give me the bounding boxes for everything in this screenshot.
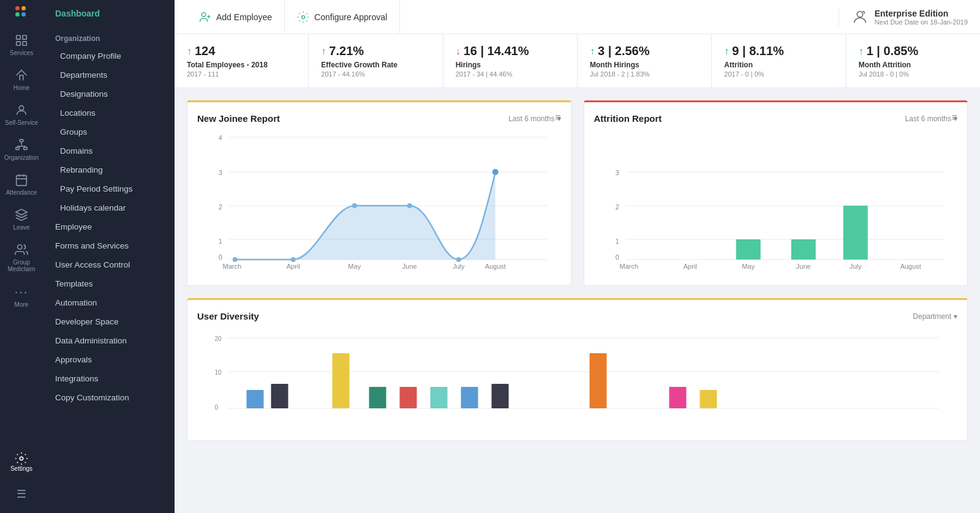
svg-rect-0	[17, 36, 20, 39]
svg-point-17	[20, 457, 23, 460]
sidebar-icon-organization[interactable]: Organization	[0, 132, 43, 167]
nav-departments[interactable]: Departments	[43, 66, 175, 84]
svg-point-22	[857, 11, 862, 17]
svg-point-38	[492, 169, 499, 175]
svg-text:20: 20	[215, 335, 222, 342]
stat-value-3: 3 | 2.56%	[598, 44, 650, 58]
stat-value-1: 7.21%	[329, 44, 364, 58]
stat-card-5: ↑ 1 | 0.85% Month Attrition Jul 2018 - 0…	[846, 34, 980, 88]
svg-text:1: 1	[219, 238, 222, 245]
svg-text:April: April	[683, 263, 696, 270]
sidebar-icon-self-service[interactable]: Self-Service	[0, 97, 43, 132]
svg-point-18	[202, 12, 206, 17]
icon-sidebar: Services Home Self-Service Organization …	[0, 0, 43, 513]
stat-value-5: 1 | 0.85%	[867, 44, 919, 58]
nav-employee[interactable]: Employee	[43, 217, 175, 236]
nav-holidays-calendar[interactable]: Holidays calendar	[43, 198, 175, 217]
svg-text:1: 1	[615, 238, 619, 245]
stat-label-1: Effective Growth Rate	[321, 61, 430, 69]
nav-automation[interactable]: Automation	[43, 293, 175, 312]
new-joinee-filter[interactable]: Last 6 months ▾	[508, 114, 560, 123]
configure-approval-label: Configure Approval	[314, 12, 387, 22]
stat-sub-2: 2017 - 34 | 44.46%	[456, 70, 565, 78]
nav-data-administration[interactable]: Data Administration	[43, 331, 175, 350]
stat-label-5: Month Attrition	[859, 61, 968, 69]
sidebar-icon-services[interactable]: Services	[0, 28, 43, 62]
nav-user-access-control[interactable]: User Access Control	[43, 255, 175, 274]
svg-rect-6	[16, 148, 20, 150]
sidebar-icon-leave[interactable]: Leave	[0, 202, 43, 237]
attrition-chart-card: Attrition Report Last 6 months ▾ ≡ 3 2 1…	[584, 100, 968, 286]
hamburger-button[interactable]: ☰	[10, 481, 32, 507]
nav-integrations[interactable]: Integrations	[43, 369, 175, 388]
svg-text:July: July	[453, 263, 465, 270]
svg-rect-77	[590, 353, 607, 408]
svg-text:2: 2	[615, 203, 619, 211]
enterprise-edition-title: Enterprise Edition	[875, 9, 968, 18]
svg-rect-1	[23, 36, 26, 39]
attrition-filter[interactable]: Last 6 months ▾	[905, 114, 957, 123]
sidebar-icon-more[interactable]: ··· More	[0, 279, 43, 314]
user-diversity-chart: 20 10 0	[197, 329, 957, 429]
attrition-chart-svg: 3 2 1 0 March	[594, 131, 958, 274]
svg-rect-70	[271, 384, 288, 408]
svg-text:March: March	[619, 263, 638, 270]
nav-section-organization: Organization	[43, 27, 175, 47]
stat-label-2: Hirings	[456, 61, 565, 69]
sidebar-icon-settings[interactable]: Settings	[0, 446, 43, 478]
nav-approvals[interactable]: Approvals	[43, 350, 175, 369]
svg-text:3: 3	[219, 169, 222, 176]
svg-rect-3	[23, 42, 26, 45]
svg-text:3: 3	[615, 169, 619, 176]
svg-text:June: June	[402, 263, 417, 270]
nav-developer-space[interactable]: Developer Space	[43, 312, 175, 331]
stat-label-3: Month Hirings	[590, 61, 699, 69]
stat-card-4: ↑ 9 | 8.11% Attrition 2017 - 0 | 0%	[712, 34, 846, 88]
stat-card-3: ↑ 3 | 2.56% Month Hirings Jul 2018 - 2 |…	[578, 34, 712, 88]
svg-point-36	[407, 203, 412, 208]
svg-rect-71	[333, 353, 350, 408]
configure-approval-button[interactable]: Configure Approval	[285, 0, 400, 34]
svg-text:0: 0	[615, 253, 619, 261]
nav-forms-and-services[interactable]: Forms and Services	[43, 236, 175, 255]
new-joinee-chart-title: New Joinee Report	[197, 113, 280, 124]
nav-designations[interactable]: Designations	[43, 84, 175, 103]
user-diversity-filter[interactable]: Department ▾	[913, 312, 957, 321]
sidebar-icon-group-mediclaim[interactable]: Group Mediclaim	[0, 237, 43, 279]
stat-label-4: Attrition	[724, 61, 833, 69]
nav-company-profile[interactable]: Company Profile	[43, 47, 175, 66]
stat-card-1: ↑ 7.21% Effective Growth Rate 2017 - 44.…	[309, 34, 443, 88]
stat-sub-5: Jul 2018 - 0 | 0%	[859, 70, 968, 78]
nav-pay-period-settings[interactable]: Pay Period Settings	[43, 179, 175, 198]
nav-groups[interactable]: Groups	[43, 122, 175, 141]
nav-copy-customization[interactable]: Copy Customization	[43, 388, 175, 407]
stats-row: ↑ 124 Total Employees - 2018 2017 - 111 …	[175, 34, 980, 88]
svg-point-34	[291, 257, 296, 262]
svg-text:2: 2	[219, 203, 222, 211]
svg-text:0: 0	[215, 404, 219, 411]
add-employee-button[interactable]: Add Employee	[187, 0, 285, 34]
attrition-menu-button[interactable]: ≡	[952, 112, 957, 123]
sidebar-icon-home[interactable]: Home	[0, 62, 43, 97]
nav-sidebar: Dashboard Organization Company Profile D…	[43, 0, 175, 513]
svg-text:May: May	[742, 263, 755, 270]
nav-templates[interactable]: Templates	[43, 274, 175, 293]
add-employee-label: Add Employee	[216, 12, 272, 22]
nav-domains[interactable]: Domains	[43, 141, 175, 160]
sidebar-icon-attendance[interactable]: Attendance	[0, 167, 43, 202]
stat-sub-4: 2017 - 0 | 0%	[724, 70, 833, 78]
stat-sub-3: Jul 2018 - 2 | 1.83%	[590, 70, 699, 78]
new-joinee-chart-card: New Joinee Report Last 6 months ▾ ≡ 4 3 …	[187, 100, 571, 286]
app-logo-dots	[15, 6, 28, 17]
nav-locations[interactable]: Locations	[43, 103, 175, 122]
svg-rect-72	[369, 387, 386, 408]
svg-point-37	[456, 257, 461, 262]
top-bar: Add Employee Configure Approval Enterpri…	[175, 0, 980, 34]
nav-rebranding[interactable]: Rebranding	[43, 160, 175, 179]
nav-dashboard[interactable]: Dashboard	[43, 0, 175, 27]
enterprise-info: Enterprise Edition Next Due Date on 18-J…	[839, 9, 968, 26]
new-joinee-menu-button[interactable]: ≡	[555, 112, 560, 123]
svg-text:April: April	[287, 263, 300, 270]
svg-rect-73	[400, 387, 417, 408]
charts-row: New Joinee Report Last 6 months ▾ ≡ 4 3 …	[175, 100, 980, 286]
